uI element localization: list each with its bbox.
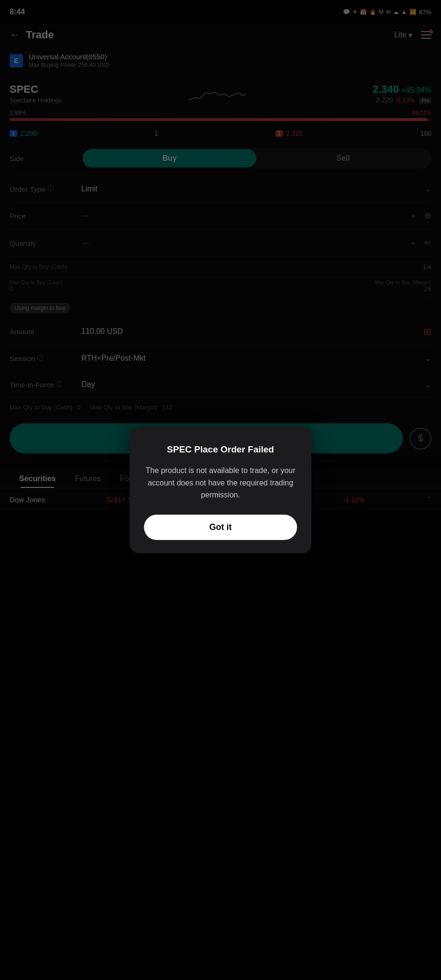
modal-message: The product is not available to trade, o… [144, 464, 297, 501]
got-it-button[interactable]: Got it [144, 515, 297, 540]
modal-title: SPEC Place Order Failed [144, 444, 297, 456]
modal-card: SPEC Place Order Failed The product is n… [130, 427, 311, 553]
modal-overlay: SPEC Place Order Failed The product is n… [0, 0, 441, 980]
